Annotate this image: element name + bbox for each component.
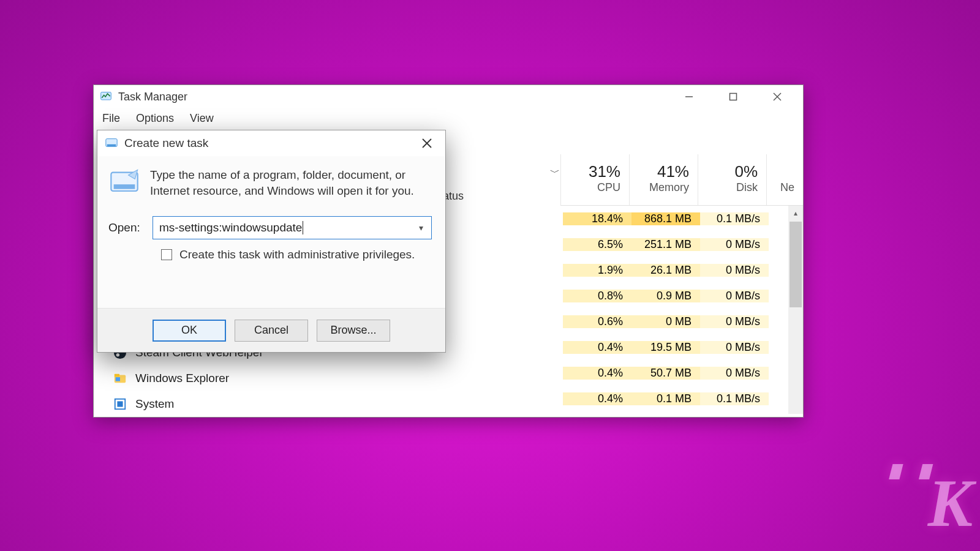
table-row[interactable]: 0.8% 0.9 MB 0 MB/s: [563, 283, 786, 309]
mem-cell: 0.1 MB: [631, 392, 700, 405]
table-row[interactable]: 0.4% 19.5 MB 0 MB/s: [563, 334, 786, 360]
run-icon: [105, 137, 118, 150]
cpu-cell: 6.5%: [563, 238, 631, 251]
cpu-percent: 31%: [589, 162, 620, 181]
column-cpu[interactable]: ﹀ 31% CPU: [560, 154, 629, 205]
cpu-cell: 0.6%: [563, 315, 631, 328]
chevron-down-icon[interactable]: ﹀: [550, 167, 560, 179]
dialog-title-bar[interactable]: Create new task: [97, 130, 445, 156]
process-name: System: [135, 397, 174, 411]
admin-checkbox-label: Create this task with administrative pri…: [179, 248, 415, 261]
ok-button[interactable]: OK: [153, 320, 226, 342]
svg-rect-2: [730, 94, 737, 100]
open-label: Open:: [108, 221, 143, 234]
disk-cell: 0 MB/s: [700, 238, 769, 251]
table-row[interactable]: 0.6% 0 MB 0 MB/s: [563, 309, 786, 334]
vertical-scrollbar[interactable]: ▴: [788, 206, 803, 414]
column-disk[interactable]: 0% Disk: [698, 154, 766, 205]
text-caret: [303, 221, 303, 234]
mem-cell: 26.1 MB: [631, 264, 700, 277]
create-new-task-dialog: Create new task Type the name of a progr…: [97, 130, 446, 353]
mem-cell: 0.9 MB: [631, 290, 700, 302]
disk-percent: 0%: [734, 162, 758, 181]
column-header-status-fragment: atus: [443, 190, 464, 203]
dialog-close-button[interactable]: [413, 134, 440, 152]
chevron-down-icon[interactable]: ▾: [414, 217, 428, 239]
cpu-cell: 1.9%: [563, 264, 631, 277]
table-row[interactable]: 18.4% 868.1 MB 0.1 MB/s: [563, 206, 786, 231]
svg-rect-10: [116, 377, 120, 381]
table-row[interactable]: 0.4% 0.1 MB 0.1 MB/s: [563, 386, 786, 411]
svg-rect-14: [107, 144, 116, 146]
disk-cell: 0 MB/s: [700, 290, 769, 302]
title-bar[interactable]: Task Manager: [94, 85, 803, 108]
network-label: Ne: [780, 181, 794, 194]
close-button[interactable]: [755, 85, 799, 108]
svg-rect-9: [115, 374, 119, 377]
cancel-button[interactable]: Cancel: [235, 320, 308, 342]
window-title: Task Manager: [118, 91, 187, 103]
disk-cell: 0 MB/s: [700, 315, 769, 328]
disk-cell: 0 MB/s: [700, 367, 769, 380]
column-memory[interactable]: 41% Memory: [629, 154, 698, 205]
dialog-footer: OK Cancel Browse...: [97, 308, 445, 352]
cpu-cell: 0.4%: [563, 367, 631, 380]
dialog-title: Create new task: [124, 137, 208, 150]
mem-cell: 0 MB: [631, 315, 700, 328]
cpu-cell: 0.4%: [563, 392, 631, 405]
disk-cell: 0.1 MB/s: [700, 392, 769, 405]
mem-cell: 19.5 MB: [631, 341, 700, 354]
column-network[interactable]: Ne: [766, 154, 803, 205]
admin-checkbox[interactable]: [161, 249, 172, 260]
process-name: Windows Explorer: [135, 372, 229, 385]
disk-cell: 0 MB/s: [700, 264, 769, 277]
network-percent: [790, 162, 794, 181]
process-row-system[interactable]: System: [113, 395, 263, 413]
table-row[interactable]: 6.5% 251.1 MB 0 MB/s: [563, 231, 786, 257]
svg-rect-12: [117, 401, 123, 407]
menu-options[interactable]: Options: [134, 111, 176, 126]
mem-cell: 251.1 MB: [631, 238, 700, 251]
watermark-logo: ▘▝K: [888, 465, 969, 542]
disk-cell: 0 MB/s: [700, 341, 769, 354]
svg-point-7: [116, 353, 120, 357]
maximize-button[interactable]: [711, 85, 755, 108]
system-icon: [113, 397, 127, 411]
minimize-button[interactable]: [667, 85, 711, 108]
table-row[interactable]: 0.4% 50.7 MB 0 MB/s: [563, 360, 786, 386]
dialog-message: Type the name of a program, folder, docu…: [150, 167, 432, 199]
task-manager-icon: [100, 91, 112, 103]
mem-cell: 868.1 MB: [631, 212, 700, 225]
process-row-explorer[interactable]: Windows Explorer: [113, 370, 263, 387]
cpu-cell: 0.4%: [563, 341, 631, 354]
resource-rows: 18.4% 868.1 MB 0.1 MB/s 6.5% 251.1 MB 0 …: [563, 206, 786, 411]
explorer-icon: [113, 372, 127, 385]
cpu-cell: 18.4%: [563, 212, 631, 225]
scroll-up-icon[interactable]: ▴: [788, 206, 803, 220]
open-value: ms-settings:windowsupdate: [159, 221, 302, 234]
column-headers: ﹀ 31% CPU 41% Memory 0% Disk Ne: [560, 154, 803, 206]
memory-label: Memory: [649, 181, 689, 194]
disk-cell: 0.1 MB/s: [700, 212, 769, 225]
table-row[interactable]: 1.9% 26.1 MB 0 MB/s: [563, 257, 786, 283]
run-large-icon: [108, 167, 140, 199]
scrollbar-thumb[interactable]: [790, 222, 802, 307]
browse-button[interactable]: Browse...: [317, 320, 390, 342]
process-list: Steam Client WebHelper Windows Explorer …: [113, 344, 263, 413]
menu-file[interactable]: File: [100, 111, 123, 126]
mem-cell: 50.7 MB: [631, 367, 700, 380]
memory-percent: 41%: [657, 162, 689, 181]
menu-view[interactable]: View: [187, 111, 216, 126]
svg-rect-18: [114, 184, 135, 189]
cpu-label: CPU: [597, 181, 620, 194]
disk-label: Disk: [736, 181, 758, 194]
menu-bar: File Options View: [94, 108, 803, 131]
open-combobox[interactable]: ms-settings:windowsupdate ▾: [153, 216, 432, 239]
cpu-cell: 0.8%: [563, 290, 631, 302]
